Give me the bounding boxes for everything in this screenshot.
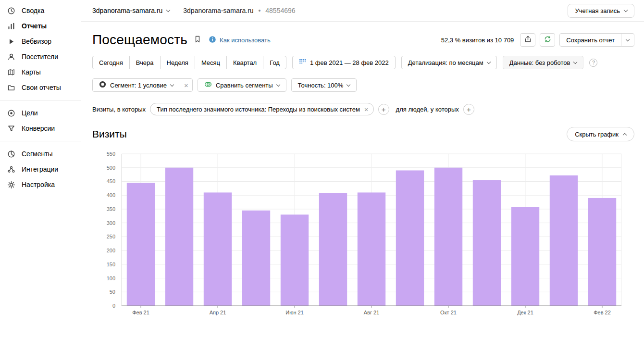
counter-site-name: 3dpanorama-samara.ru (183, 7, 253, 14)
help-link[interactable]: Как использовать (220, 37, 271, 44)
detalization-label: Детализация: по месяцам (408, 59, 483, 66)
chevron-down-icon (347, 82, 350, 86)
page-title: Посещаемость (92, 32, 187, 48)
sidebar-item-label: Цели (22, 109, 38, 117)
sidebar-item-custom-reports[interactable]: Свои отчеты (0, 80, 81, 95)
sidebar-item-maps[interactable]: Карты (0, 64, 81, 80)
target-icon (7, 109, 15, 117)
play-icon (7, 37, 15, 46)
sidebar-item-label: Интеграции (22, 165, 58, 173)
sidebar-item-summary[interactable]: Сводка (0, 3, 81, 18)
sidebar-item-label: Вебвизор (22, 37, 51, 45)
sidebar-item-label: Сегменты (22, 150, 53, 158)
hide-chart-label: Скрыть график (575, 131, 619, 138)
chart-bar-7[interactable] (358, 192, 385, 306)
export-button[interactable] (520, 33, 535, 47)
visits-section-header: Визиты Скрыть график (92, 127, 634, 141)
calendar-icon (299, 58, 306, 67)
counter-id: 48554696 (265, 7, 295, 14)
remove-condition-icon[interactable]: × (364, 106, 369, 113)
sidebar-item-conversions[interactable]: Конверсии (0, 121, 81, 136)
y-axis-tick-label: 100 (107, 275, 115, 281)
header-actions: 52,3 % визитов из 10 709 Сохранить отчет (441, 33, 634, 47)
chart-bar-6[interactable] (319, 193, 347, 306)
export-icon (524, 35, 532, 45)
account-button-label: Учетная запись (575, 7, 620, 14)
sidebar-item-webvisor[interactable]: Вебвизор (0, 34, 81, 49)
chart-bar-12[interactable] (550, 175, 578, 306)
sidebar-item-integrations[interactable]: Интеграции (0, 162, 81, 177)
topbar: 3dpanorama-samara.ru 3dpanorama-samara.r… (81, 0, 644, 22)
chart-bar-2[interactable] (165, 168, 193, 306)
compare-segments-dropdown[interactable]: Сравнить сегменты (198, 78, 286, 92)
period-toolbar: Сегодня Вчера Неделя Месяц Квартал Год 1… (92, 56, 634, 69)
add-people-condition-button[interactable]: + (463, 104, 474, 115)
accuracy-dropdown[interactable]: Точность: 100% (291, 78, 357, 92)
data-mode-dropdown[interactable]: Данные: без роботов (503, 56, 584, 69)
sync-button[interactable] (540, 33, 555, 47)
y-axis-tick-label: 250 (107, 234, 115, 239)
sidebar-item-label: Посетители (22, 53, 58, 61)
chevron-down-icon (624, 8, 628, 12)
chart-bar-13[interactable] (588, 198, 616, 306)
period-today-button[interactable]: Сегодня (92, 56, 130, 69)
y-axis-tick-label: 0 (112, 303, 115, 309)
chart-bar-5[interactable] (281, 214, 309, 306)
y-axis-tick-label: 400 (107, 192, 115, 198)
x-axis-tick-label: Фев 22 (594, 310, 611, 315)
people-condition-label: для людей, у которых (396, 106, 459, 113)
help-question-icon[interactable]: ? (589, 59, 597, 67)
segment-control-group: Сегмент: 1 условие × (92, 78, 193, 92)
pie-chart-icon (7, 150, 15, 158)
segment-condition-chip[interactable]: Тип последнего значимого источника: Пере… (150, 103, 374, 115)
date-range-button[interactable]: 1 фев 2021 — 28 фев 2022 (292, 56, 396, 69)
sidebar-item-goals[interactable]: Цели (0, 105, 81, 121)
segment-dropdown[interactable]: Сегмент: 1 условие (92, 78, 180, 92)
detalization-dropdown[interactable]: Детализация: по месяцам (401, 56, 497, 69)
chart-bar-8[interactable] (396, 170, 424, 306)
period-week-button[interactable]: Неделя (160, 56, 195, 69)
chart-bar-10[interactable] (473, 180, 501, 306)
save-report-menu-button[interactable] (621, 33, 634, 47)
x-axis-tick-label: Дек 21 (517, 310, 533, 315)
chart-bar-3[interactable] (204, 192, 232, 306)
filter-row: Визиты, в которых Тип последнего значимо… (92, 103, 634, 115)
sidebar-item-reports[interactable]: Отчеты (0, 18, 81, 34)
counter-info: 3dpanorama-samara.ru • 48554696 (183, 7, 295, 14)
x-axis-tick-label: Июн 21 (285, 310, 304, 315)
y-axis-tick-label: 50 (110, 289, 115, 295)
plus-icon: + (467, 106, 471, 113)
save-report-button[interactable]: Сохранить отчет (559, 33, 621, 47)
info-icon (209, 36, 216, 45)
section-title: Визиты (92, 128, 127, 140)
sidebar-item-settings[interactable]: Настройка (0, 177, 81, 192)
y-axis-tick-label: 150 (107, 262, 115, 267)
period-segmented-control: Сегодня Вчера Неделя Месяц Квартал Год (92, 56, 286, 69)
hide-chart-button[interactable]: Скрыть график (567, 127, 634, 141)
period-month-button[interactable]: Месяц (195, 56, 227, 69)
period-year-button[interactable]: Год (263, 56, 286, 69)
bookmark-button[interactable] (194, 35, 201, 45)
person-icon (7, 53, 15, 61)
chart-bar-1[interactable] (127, 183, 155, 306)
sidebar-item-segments[interactable]: Сегменты (0, 146, 81, 162)
accuracy-label: Точность: 100% (298, 82, 344, 89)
account-button[interactable]: Учетная запись (568, 4, 634, 18)
chart-bars-icon (7, 22, 15, 30)
add-visit-condition-button[interactable]: + (378, 104, 389, 115)
chevron-down-icon (626, 37, 630, 41)
clear-segment-button[interactable]: × (180, 78, 193, 92)
segment-icon (99, 81, 106, 89)
sidebar-item-visitors[interactable]: Посетители (0, 49, 81, 64)
chart-bar-11[interactable] (511, 207, 539, 306)
visits-chart-svg: 050100150200250300350400450500550Фев 21А… (92, 145, 634, 318)
chart-bar-4[interactable] (242, 211, 270, 306)
site-selector[interactable]: 3dpanorama-samara.ru (92, 7, 170, 14)
y-axis-tick-label: 550 (107, 151, 115, 157)
gear-icon (7, 181, 15, 189)
period-yesterday-button[interactable]: Вчера (129, 56, 161, 69)
sidebar-item-label: Отчеты (22, 22, 47, 30)
chart-bar-9[interactable] (434, 168, 462, 306)
period-quarter-button[interactable]: Квартал (226, 56, 263, 69)
nodes-icon (7, 165, 15, 174)
